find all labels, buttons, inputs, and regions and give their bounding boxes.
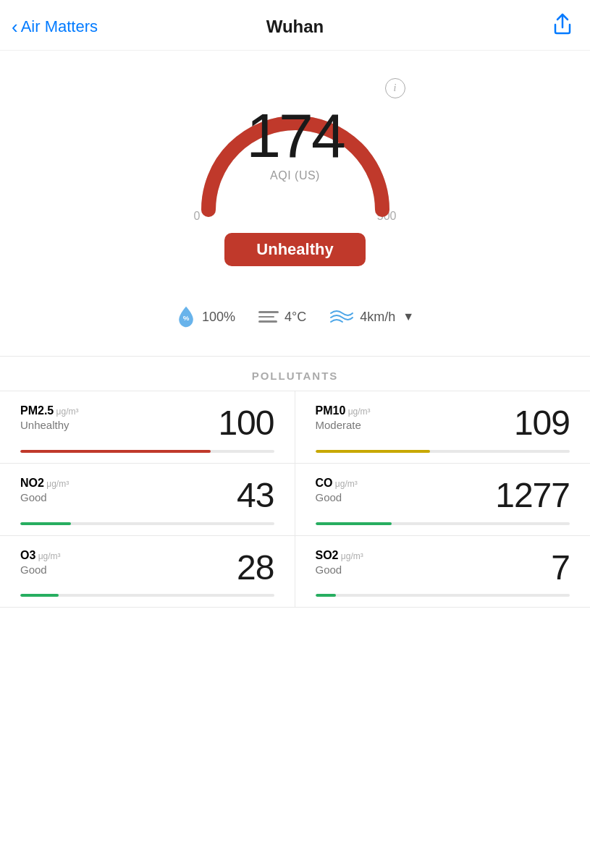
pollutant-status: Moderate (316, 419, 371, 431)
share-button[interactable] (552, 13, 573, 40)
pollutant-name: CO μg/m³ (316, 477, 358, 490)
pollutants-header: POLLUTANTS (0, 356, 590, 382)
pollutant-bar-fill (20, 450, 211, 453)
pollutants-section: POLLUTANTS PM2.5 μg/m³ Unhealthy 100 PM1… (0, 356, 590, 608)
wind-speed: 4km/h (360, 310, 395, 325)
pollutant-cell: PM10 μg/m³ Moderate 109 (295, 391, 591, 464)
pollutant-name-block: SO2 μg/m³ Good (316, 549, 363, 576)
gauge-section: i 174 AQI (US) 0 500 Unhealthy (0, 51, 590, 294)
pollutant-top: PM10 μg/m³ Moderate 109 (316, 404, 570, 443)
pollutant-name: SO2 μg/m³ (316, 549, 363, 562)
pollutant-top: CO μg/m³ Good 1277 (316, 477, 570, 515)
wind-direction-arrow: ▼ (403, 310, 414, 323)
pollutant-bar-track (20, 450, 274, 453)
pollutant-bar-track (316, 594, 570, 597)
pollutant-top: NO2 μg/m³ Good 43 (20, 477, 274, 515)
pollutant-cell: O3 μg/m³ Good 28 (0, 536, 295, 608)
pollutant-status: Good (316, 491, 358, 503)
humidity-item: % 100% (176, 305, 235, 328)
pollutant-bar-row (20, 522, 274, 535)
pollutant-value: 28 (237, 549, 274, 587)
pollutant-bar-fill (20, 594, 59, 597)
pollutant-name: PM2.5 μg/m³ (20, 404, 79, 417)
pollutant-bar-track (20, 594, 274, 597)
pollutant-name: O3 μg/m³ (20, 549, 61, 562)
pollutant-bar-track (20, 522, 274, 525)
pollutant-bar-track (316, 522, 570, 525)
pollutant-bar-row (316, 450, 570, 463)
humidity-icon: % (176, 305, 196, 328)
pollutant-name: NO2 μg/m³ (20, 477, 69, 490)
pollutant-bar-fill (20, 522, 71, 525)
back-chevron-icon: ‹ (12, 17, 18, 36)
pollutant-cell: CO μg/m³ Good 1277 (295, 464, 591, 536)
pollutant-value: 43 (237, 477, 274, 515)
pollutant-bar-fill (316, 594, 336, 597)
gauge-center: 174 AQI (US) (246, 104, 344, 182)
pollutant-value: 7 (551, 549, 570, 587)
pollutant-bar-track (316, 450, 570, 453)
pollutant-bar-row (316, 594, 570, 607)
share-icon (552, 13, 573, 35)
pollutant-status: Unhealthy (20, 419, 79, 431)
pollutant-name-block: O3 μg/m³ Good (20, 549, 61, 576)
pollutant-bar-fill (316, 522, 392, 525)
pollutant-name-block: CO μg/m³ Good (316, 477, 358, 503)
pollutant-cell: NO2 μg/m³ Good 43 (0, 464, 295, 536)
pollutant-name-block: NO2 μg/m³ Good (20, 477, 69, 503)
app-header: ‹ Air Matters Wuhan (0, 0, 590, 51)
pollutant-top: O3 μg/m³ Good 28 (20, 549, 274, 587)
pollutant-name-block: PM10 μg/m³ Moderate (316, 404, 371, 431)
page-title: Wuhan (266, 17, 324, 37)
back-label: Air Matters (21, 17, 98, 36)
pollutant-bar-row (20, 594, 274, 607)
status-badge: Unhealthy (224, 233, 365, 266)
pollutant-bar-row (20, 450, 274, 463)
pollutant-status: Good (20, 491, 69, 503)
weather-row: % 100% 4°C 4km/h ▼ (0, 294, 590, 349)
pollutant-name-block: PM2.5 μg/m³ Unhealthy (20, 404, 79, 431)
pollutant-status: Good (20, 563, 61, 576)
temperature-item: 4°C (258, 310, 306, 325)
pollutants-grid: PM2.5 μg/m³ Unhealthy 100 PM10 μg/m³ Mod… (0, 391, 590, 608)
pollutant-value: 100 (218, 404, 274, 443)
gauge-container: i 174 AQI (US) (180, 72, 411, 217)
pollutant-bar-row (316, 522, 570, 535)
wind-item: 4km/h ▼ (329, 307, 414, 326)
pollutant-cell: PM2.5 μg/m³ Unhealthy 100 (0, 391, 295, 464)
gauge-wrapper: i 174 AQI (US) (180, 72, 411, 217)
pollutant-top: PM2.5 μg/m³ Unhealthy 100 (20, 404, 274, 443)
fog-icon (258, 311, 279, 323)
pollutant-cell: SO2 μg/m³ Good 7 (295, 536, 591, 608)
pollutant-top: SO2 μg/m³ Good 7 (316, 549, 570, 587)
wind-icon (329, 307, 354, 326)
aqi-value: 174 (246, 104, 344, 166)
temperature-value: 4°C (285, 310, 306, 325)
aqi-label: AQI (US) (246, 169, 344, 182)
back-button[interactable]: ‹ Air Matters (12, 17, 98, 36)
pollutant-value: 1277 (495, 477, 570, 515)
humidity-value: 100% (202, 310, 235, 325)
svg-text:%: % (183, 314, 190, 322)
pollutant-name: PM10 μg/m³ (316, 404, 371, 417)
pollutant-bar-fill (316, 450, 430, 453)
info-icon[interactable]: i (385, 78, 405, 98)
pollutant-value: 109 (514, 404, 570, 443)
pollutant-status: Good (316, 563, 363, 576)
